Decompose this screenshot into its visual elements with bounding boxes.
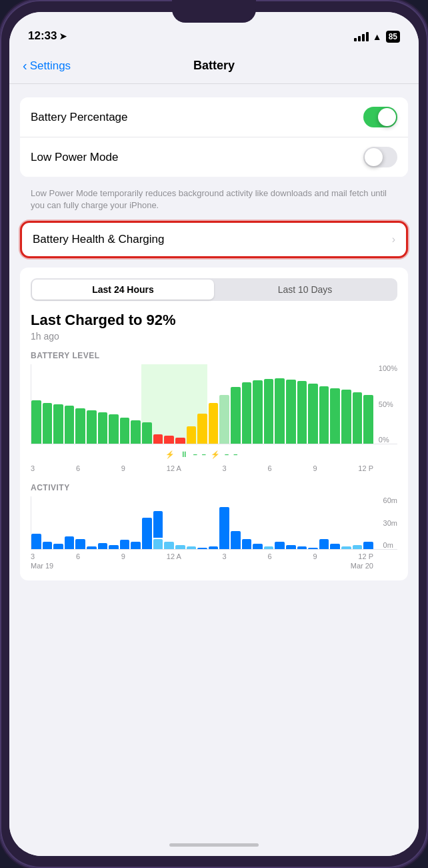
- wifi-icon: ▲: [373, 31, 382, 42]
- battery-section-label: BATTERY LEVEL: [31, 351, 397, 360]
- segment-24h[interactable]: Last 24 Hours: [32, 280, 214, 300]
- bar-col-6: [87, 364, 97, 444]
- bar-col-24: [286, 364, 296, 444]
- settings-card: Battery Percentage Low Power Mode: [20, 97, 408, 177]
- x-label-12p: 12 P: [358, 464, 373, 472]
- act-bar-1: [31, 496, 41, 549]
- act-bar-7: [98, 496, 108, 549]
- phone-frame: 12:33 ➤ ▲ 85 ‹ Settings: [0, 0, 428, 868]
- main-content: Battery Percentage Low Power Mode Low Po…: [9, 84, 419, 833]
- bar-col-5: [75, 364, 85, 444]
- bar-col-9: [120, 364, 130, 444]
- bar-col-12: [153, 364, 163, 444]
- bar-col-25: [297, 364, 307, 444]
- signal-bar-2: [358, 36, 361, 41]
- bar-col-29: [341, 364, 351, 444]
- back-chevron-icon: ‹: [23, 58, 27, 73]
- act-bar-27: [319, 496, 329, 549]
- act-y-labels: 60m 30m 0m: [383, 496, 397, 549]
- signal-bars: [354, 32, 369, 41]
- bar-col-28: [330, 364, 340, 444]
- y-label-100: 100%: [379, 364, 397, 372]
- charging-indicators-row: ⚡ ⏸ – – ⚡ – –: [31, 450, 397, 459]
- bar-col-23: [275, 364, 285, 444]
- bar-col-21: [253, 364, 263, 444]
- bar-col-8: [109, 364, 119, 444]
- charge-title: Last Charged to 92%: [31, 312, 397, 329]
- bar-col-31: [363, 364, 373, 444]
- battery-percentage-toggle[interactable]: [363, 107, 397, 127]
- bar-col-15: [187, 364, 197, 444]
- chart-card: Last 24 Hours Last 10 Days Last Charged …: [20, 268, 408, 580]
- activity-chart-wrapper: 60m 30m 0m: [31, 496, 397, 550]
- act-x-3: 3: [31, 552, 35, 560]
- act-bar-9: [120, 496, 130, 549]
- bar-col-4: [65, 364, 75, 444]
- act-bar-2: [43, 496, 53, 549]
- x-labels-activity: 3 6 9 12 A 3 6 9 12 P: [31, 552, 397, 560]
- bar-col-3: [53, 364, 63, 444]
- battery-status-indicator: 85: [386, 31, 400, 43]
- back-label: Settings: [30, 59, 71, 73]
- act-bar-30: [353, 496, 363, 549]
- act-bar-3: [53, 496, 63, 549]
- act-bar-16: [197, 496, 207, 549]
- act-bar-11: [142, 496, 152, 549]
- charging-dash-line: – – ⚡ – –: [193, 450, 239, 459]
- home-indicator: [9, 833, 419, 856]
- battery-health-row[interactable]: Battery Health & Charging ›: [22, 223, 406, 256]
- act-x-9: 9: [121, 552, 125, 560]
- act-bar-24: [286, 496, 296, 549]
- battery-pct-text: 85: [389, 32, 397, 41]
- x-label-3a: 3: [31, 464, 35, 472]
- x-label-6a: 6: [76, 464, 80, 472]
- date-labels: Mar 19 Mar 20: [31, 562, 397, 570]
- charge-subtitle: 1h ago: [31, 331, 397, 342]
- act-bar-23: [275, 496, 285, 549]
- battery-percentage-label: Battery Percentage: [31, 111, 128, 124]
- segment-10d[interactable]: Last 10 Days: [214, 280, 396, 300]
- x-labels-battery: 3 6 9 12 A 3 6 9 12 P: [31, 464, 397, 472]
- battery-health-label: Battery Health & Charging: [33, 233, 165, 246]
- home-bar: [169, 843, 259, 847]
- act-bar-28: [330, 496, 340, 549]
- bar-col-22: [264, 364, 274, 444]
- x-label-6p: 6: [268, 464, 272, 472]
- back-button[interactable]: ‹ Settings: [23, 58, 71, 73]
- x-label-3p: 3: [223, 464, 227, 472]
- act-bar-13: [164, 496, 174, 549]
- act-bar-25: [297, 496, 307, 549]
- act-bar-15: [187, 496, 197, 549]
- bar-col-16: [197, 364, 207, 444]
- signal-bar-4: [366, 32, 369, 41]
- battery-health-card[interactable]: Battery Health & Charging ›: [20, 221, 408, 258]
- phone-screen: 12:33 ➤ ▲ 85 ‹ Settings: [9, 12, 419, 856]
- nav-bar: ‹ Settings Battery: [9, 48, 419, 84]
- act-bar-31: [363, 496, 373, 549]
- act-x-6: 6: [76, 552, 80, 560]
- bar-col-14: [175, 364, 185, 444]
- act-x-12p: 12 P: [358, 552, 373, 560]
- act-bar-29: [341, 496, 351, 549]
- y-labels: 100% 50% 0%: [379, 364, 397, 444]
- bar-col-19: [231, 364, 241, 444]
- act-y-30: 30m: [383, 519, 397, 527]
- bar-col-1: [31, 364, 41, 444]
- bar-col-10: [131, 364, 141, 444]
- charging-pause-icon: ⏸: [180, 450, 188, 459]
- act-bar-22: [264, 496, 274, 549]
- act-bar-6: [87, 496, 97, 549]
- bar-col-18: [219, 364, 229, 444]
- act-bar-12: [153, 496, 163, 549]
- bar-col-17: [209, 364, 219, 444]
- low-power-helper-text: Low Power Mode temporarily reduces backg…: [20, 183, 408, 221]
- act-x-12a: 12 A: [167, 552, 181, 560]
- bar-col-20: [242, 364, 252, 444]
- low-power-toggle[interactable]: [363, 147, 397, 167]
- battery-chart-wrapper: 100% 50% 0%: [31, 364, 397, 444]
- act-bar-14: [175, 496, 185, 549]
- charging-icon-1: ⚡: [165, 450, 175, 459]
- date-mar19: Mar 19: [31, 562, 53, 570]
- x-label-9p: 9: [313, 464, 317, 472]
- toggle-thumb-lowpower: [365, 148, 383, 166]
